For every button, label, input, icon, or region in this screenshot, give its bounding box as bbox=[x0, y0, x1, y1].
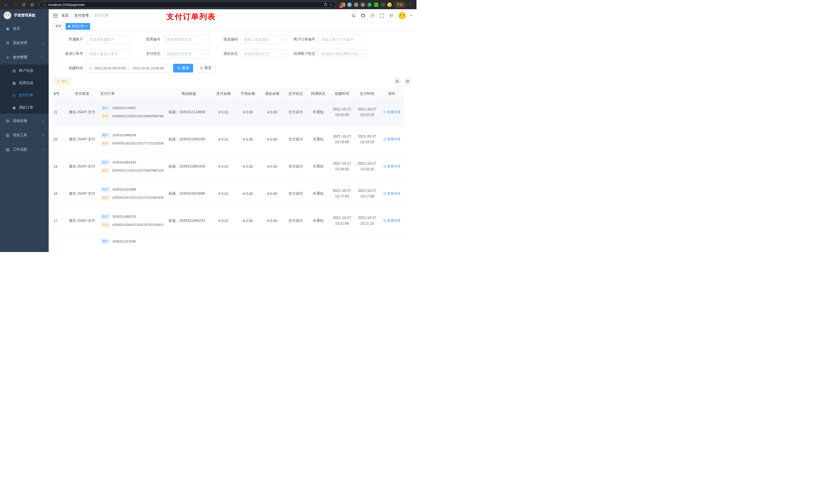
table-row: 20 微信 JSAPI 支付 商户1635311949168 支付4200001… bbox=[54, 126, 404, 153]
merchant-tag: 商户 bbox=[100, 160, 110, 165]
site-info-icon[interactable]: i bbox=[43, 3, 46, 6]
app-logo: 芋道管理系统 bbox=[0, 9, 49, 22]
app-title: 芋道管理系统 bbox=[14, 13, 35, 18]
user-avatar[interactable] bbox=[398, 12, 406, 20]
refund-status-select[interactable] bbox=[241, 49, 286, 58]
browser-forward-button[interactable]: → bbox=[11, 1, 19, 8]
sidebar-item-home[interactable]: ◉ 首页 bbox=[0, 22, 49, 36]
view-detail-link[interactable]: 查看详情 bbox=[383, 191, 400, 196]
pay-status-select[interactable] bbox=[163, 49, 209, 58]
grid-icon: ▦ bbox=[12, 81, 16, 85]
bank-card-icon: ▤ bbox=[12, 69, 16, 73]
orders-table: 编号 支付渠道 支付订单 商品标题 支付金额 手续金额 退款金额 支付状态 回调… bbox=[54, 89, 411, 252]
filter-row-1: 所属商户 应用编号 渠道编码 商户订单编号 bbox=[54, 35, 411, 44]
app-id-select[interactable] bbox=[163, 35, 209, 44]
sidebar-item-payment[interactable]: ¥ 支付管理 bbox=[0, 50, 49, 65]
browser-reload-button[interactable] bbox=[20, 1, 27, 8]
help-icon[interactable]: ? bbox=[370, 13, 375, 18]
gear-icon: ⚙ bbox=[5, 41, 10, 45]
merchant-order-no-input[interactable] bbox=[318, 35, 366, 44]
sidebar-item-app-info[interactable]: ▦ 应用信息 bbox=[0, 77, 49, 89]
pay-tag: 支付 bbox=[100, 141, 110, 146]
browser-home-button[interactable] bbox=[29, 1, 36, 8]
sidebar-item-pay-order[interactable]: ◎ 支付订单 bbox=[0, 89, 49, 101]
view-detail-link[interactable]: 查看详情 bbox=[383, 218, 400, 223]
view-detail-link[interactable]: 查看详情 bbox=[383, 137, 400, 142]
table-row: 19 微信 JSAPI 支付 商户1635311881440 支付4200001… bbox=[54, 153, 404, 180]
extension-icon[interactable] bbox=[381, 3, 385, 7]
view-detail-link[interactable]: 查看详情 bbox=[383, 110, 400, 115]
browser-menu-icon[interactable]: ⋮ bbox=[408, 2, 413, 7]
filter-channel-order-no: 渠道订单号 bbox=[62, 49, 132, 58]
active-dot-icon bbox=[68, 25, 70, 27]
refresh-table-button[interactable] bbox=[404, 78, 411, 85]
search-icon bbox=[396, 80, 399, 83]
search-icon bbox=[383, 192, 386, 195]
github-icon[interactable] bbox=[360, 13, 365, 18]
tab-pay-order[interactable]: 支付订单 × bbox=[66, 23, 90, 30]
search-icon bbox=[383, 165, 386, 168]
browser-extensions: 10 ✓ 更新 ⋮ bbox=[340, 2, 414, 8]
url-bar[interactable]: i localhost:1024/pay/order ☆ bbox=[40, 1, 336, 8]
sidebar-item-system[interactable]: ⚙ 系统管理 bbox=[0, 36, 49, 50]
pay-tag: 支付 bbox=[100, 195, 110, 200]
tab-home[interactable]: 首页 bbox=[53, 23, 64, 30]
sidebar-item-infra[interactable]: ⊞ 基础设施 bbox=[0, 114, 49, 128]
sidebar-item-refund-order[interactable]: ▣ 退款订单 bbox=[0, 101, 49, 114]
filter-pay-status: 支付状态 bbox=[139, 49, 209, 58]
fullscreen-icon[interactable] bbox=[379, 13, 384, 18]
font-size-icon[interactable]: TT bbox=[389, 13, 394, 18]
user-dropdown-caret-icon[interactable] bbox=[410, 15, 412, 16]
search-icon bbox=[383, 138, 386, 141]
yen-icon: ¥ bbox=[5, 55, 10, 60]
home-icon bbox=[30, 3, 34, 7]
filter-channel-code: 渠道编码 bbox=[216, 35, 286, 44]
sidebar-collapse-icon[interactable] bbox=[53, 13, 58, 18]
date-range-picker[interactable]: 2021-10-01 00:00:00 - 2021-10-31 23:59:5… bbox=[86, 64, 171, 72]
merchant-tag: 商户 bbox=[100, 133, 110, 138]
tool-icon: ▥ bbox=[5, 133, 10, 138]
view-detail-link[interactable]: 查看详情 bbox=[383, 164, 400, 169]
sidebar-item-workflow[interactable]: ▧ 工作流程 bbox=[0, 142, 49, 157]
pay-tag: 支付 bbox=[100, 168, 110, 173]
breadcrumb-home[interactable]: 首页 bbox=[62, 13, 69, 18]
logo-avatar bbox=[4, 11, 11, 19]
sidebar-item-merchant-info[interactable]: ▤ 商户信息 bbox=[0, 65, 49, 77]
document-icon: ▣ bbox=[12, 105, 16, 110]
download-icon bbox=[57, 80, 60, 83]
channel-order-no-input[interactable] bbox=[86, 49, 132, 58]
extension-icon[interactable] bbox=[387, 3, 392, 7]
chevron-down-icon bbox=[42, 148, 44, 150]
extension-icon[interactable] bbox=[347, 3, 352, 7]
search-icon bbox=[383, 219, 386, 222]
channel-code-select[interactable] bbox=[241, 35, 286, 44]
extension-icon[interactable] bbox=[354, 3, 358, 7]
sidebar: 芋道管理系统 ◉ 首页 ⚙ 系统管理 ¥ 支付管理 ▤ 商户信息 ▦ 应用信息 bbox=[0, 9, 49, 252]
extension-icon[interactable] bbox=[374, 3, 378, 7]
table-row-partial: 商户1635311157296 bbox=[54, 234, 404, 252]
bookmark-star-icon[interactable]: ☆ bbox=[329, 3, 333, 7]
chevron-down-icon bbox=[42, 119, 44, 122]
extension-icon[interactable]: 10 bbox=[341, 3, 345, 7]
content-area: 首页 / 支付管理 / 支付订单 支付订单列表 ? TT bbox=[49, 9, 416, 252]
breadcrumb-pay[interactable]: 支付管理 bbox=[74, 13, 89, 18]
close-icon[interactable]: × bbox=[86, 25, 88, 28]
table-row: 18 微信 JSAPI 支付 商户1635311823086 支付4200001… bbox=[54, 180, 404, 207]
search-button[interactable]: 搜索 bbox=[173, 64, 193, 72]
share-icon[interactable] bbox=[324, 3, 327, 7]
extension-icon[interactable]: ✓ bbox=[367, 3, 372, 7]
browser-update-button[interactable]: 更新 bbox=[394, 2, 406, 8]
merchant-tag: 商户 bbox=[100, 214, 110, 219]
notify-status-select[interactable] bbox=[318, 49, 366, 58]
merchant-select[interactable] bbox=[86, 35, 132, 44]
browser-back-button[interactable]: ← bbox=[3, 1, 10, 8]
extension-icon[interactable] bbox=[361, 3, 365, 7]
export-button[interactable]: 导出 bbox=[54, 78, 70, 85]
circle-dot-icon: ◎ bbox=[12, 93, 16, 97]
search-icon[interactable] bbox=[351, 13, 356, 18]
toggle-search-button[interactable] bbox=[394, 78, 401, 85]
chevron-down-icon bbox=[42, 134, 44, 136]
reset-button[interactable]: 重置 bbox=[196, 64, 216, 72]
filter-create-time: 创建时间 2021-10-01 00:00:00 - 2021-10-31 23… bbox=[62, 64, 171, 72]
sidebar-item-devtools[interactable]: ▥ 研发工具 bbox=[0, 128, 49, 142]
